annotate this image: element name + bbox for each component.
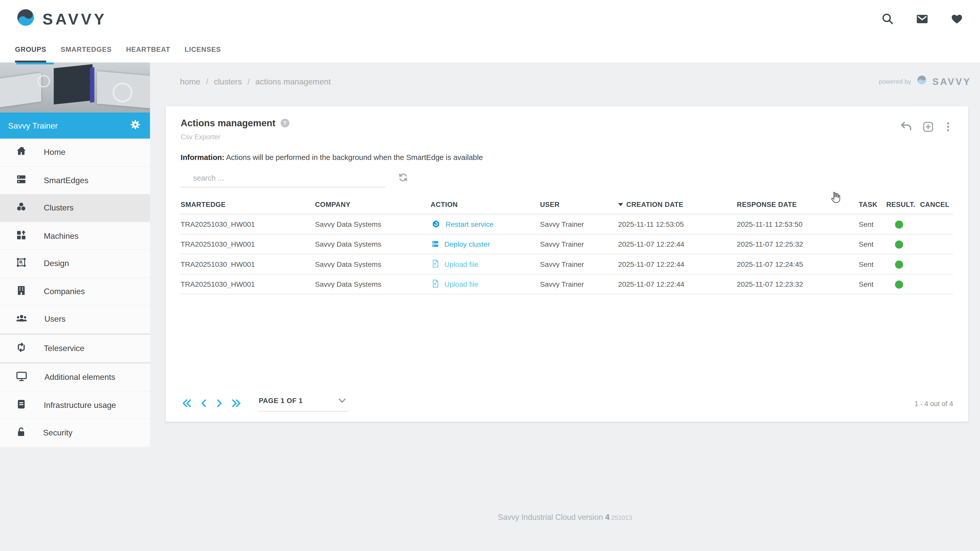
cell-task: Sent [859,241,886,248]
sidebar-item-smartedges[interactable]: SmartEdges [0,167,150,194]
card-toolbar [899,118,953,134]
action-link[interactable]: Upload file [431,259,540,270]
sidebar-item-label: SmartEdges [44,176,88,185]
upload-file-icon [431,259,440,270]
column-header-user[interactable]: USER [540,200,618,208]
action-link[interactable]: Deploy cluster [431,239,540,250]
profile-bar[interactable]: Savvy Trainer [0,113,150,139]
cell-company: Savvy Data Systems [315,221,431,228]
sidebar-item-home[interactable]: Home [0,139,150,167]
cell-user: Savvy Trainer [540,241,618,248]
cell-company: Savvy Data Systems [315,241,431,248]
cell-creation-date: 2025-11-07 12:22:44 [618,260,737,268]
sidebar-item-companies[interactable]: Companies [0,278,150,306]
refresh-icon[interactable] [397,171,409,186]
savvy-logo[interactable]: SAVVY [15,7,107,30]
sidebar-item-label: Companies [44,286,85,296]
sidebar-item-label: Teleservice [44,343,84,353]
page-title-text: Actions management [181,118,275,128]
sidebar-item-additional-elements[interactable]: Additional elements [0,362,150,391]
home-icon [15,145,27,159]
application-window: SAVVY GROUPS SMARTEDGES HEARTBEAT LICENS… [0,0,980,551]
cell-smartedge: TRA20251030_HW001 [181,241,315,248]
page-select-value: PAGE 1 OF 1 [259,397,303,404]
sidebar-item-security[interactable]: Security [0,419,150,447]
cell-creation-date: 2025-11-07 12:22:44 [618,281,737,288]
undo-icon[interactable] [899,120,913,134]
users-icon [15,311,28,327]
add-icon[interactable] [922,121,934,133]
column-header-response-date[interactable]: RESPONSE DATE [737,200,859,208]
brand-wordmark: SAVVY [43,10,107,28]
pagination-range-label: 1 - 4 out of 4 [915,400,953,407]
table-row[interactable]: TRA20251030_HW001 Savvy Data Systems Upl… [181,255,953,275]
table-row[interactable]: TRA20251030_HW001 Savvy Data Systems Dep… [181,235,953,255]
cell-company: Savvy Data Systems [315,281,431,288]
sidebar-item-label: Infrastructure usage [44,400,116,410]
card-subtitle: Csv Exporter [181,133,289,141]
column-header-cancel[interactable]: CANCEL [920,200,951,208]
column-header-result[interactable]: RESULT. [886,200,920,208]
prev-page-icon[interactable] [199,398,208,409]
cell-user: Savvy Trainer [540,281,618,288]
search-input[interactable] [181,170,386,187]
cell-task: Sent [859,221,886,228]
cell-task: Sent [859,281,886,288]
tab-heartbeat[interactable]: HEARTBEAT [126,38,170,62]
information-label: Information: [181,153,224,162]
sidebar-item-clusters[interactable]: Clusters [0,194,150,222]
breadcrumb-separator: / [206,76,208,86]
cell-response-date: 2025-11-07 12:23:32 [737,281,859,288]
column-header-company[interactable]: COMPANY [315,200,431,208]
actions-management-card: Actions management ? Csv Exporter [165,106,968,422]
information-text: Actions will be performed in the backgro… [224,153,483,162]
topbar-actions [881,11,964,26]
tab-groups[interactable]: GROUPS [15,38,46,62]
sidebar-item-teleservice[interactable]: Teleservice [0,333,150,362]
result-success-indicator [895,280,903,289]
mail-icon[interactable] [915,11,929,26]
breadcrumb-clusters[interactable]: clusters [214,76,242,86]
sidebar: Savvy Trainer Home SmartEdges Clusters [0,62,150,551]
cell-smartedge: TRA20251030_HW001 [181,221,315,228]
search-icon[interactable] [881,12,894,26]
column-header-action[interactable]: ACTION [431,200,540,208]
table-row[interactable]: TRA20251030_HW001 Savvy Data Systems Res… [181,215,953,235]
result-success-indicator [895,221,903,229]
page-title: Actions management ? [181,118,289,128]
cell-smartedge: TRA20251030_HW001 [181,281,315,288]
column-header-task[interactable]: TASK [859,200,886,208]
page-select-dropdown[interactable]: PAGE 1 OF 1 [258,395,349,412]
breadcrumb-separator: / [248,76,250,86]
cell-response-date: 2025-11-07 12:25:32 [737,241,859,248]
sidebar-item-infrastructure-usage[interactable]: Infrastructure usage [0,391,150,419]
actions-table: SMARTEDGE COMPANY ACTION USER CREATION D… [181,195,953,295]
search-row [181,170,953,187]
action-link[interactable]: Upload file [431,279,540,290]
action-link[interactable]: Restart service [431,218,540,230]
first-page-icon[interactable] [181,398,192,409]
primary-tabs: GROUPS SMARTEDGES HEARTBEAT LICENSES [0,38,980,62]
next-page-icon[interactable] [215,398,224,409]
breadcrumb-bar: home / clusters / actions management pow… [150,62,980,100]
breadcrumb-home[interactable]: home [180,76,200,86]
sidebar-item-machines[interactable]: Machines [0,222,150,250]
heart-icon[interactable] [950,12,964,26]
savvy-logo-small-icon [916,74,928,88]
sidebar-item-label: Additional elements [45,372,115,382]
sidebar-item-users[interactable]: Users [0,306,150,333]
sidebar-item-design[interactable]: Design [0,250,150,278]
gear-icon[interactable] [129,118,142,133]
info-icon[interactable]: ? [280,118,289,127]
tab-smartedges[interactable]: SMARTEDGES [61,38,112,62]
last-page-icon[interactable] [231,398,243,409]
powered-by: powered by SAVVY [879,74,971,88]
result-success-indicator [895,240,903,248]
tab-licenses[interactable]: LICENSES [185,38,221,62]
column-header-creation-date[interactable]: CREATION DATE [618,200,737,208]
table-row[interactable]: TRA20251030_HW001 Savvy Data Systems Upl… [181,275,953,295]
kebab-menu-icon[interactable] [943,121,953,132]
column-header-smartedge[interactable]: SMARTEDGE [181,200,315,208]
teleservice-icon [15,341,27,355]
restart-service-icon [431,218,441,230]
